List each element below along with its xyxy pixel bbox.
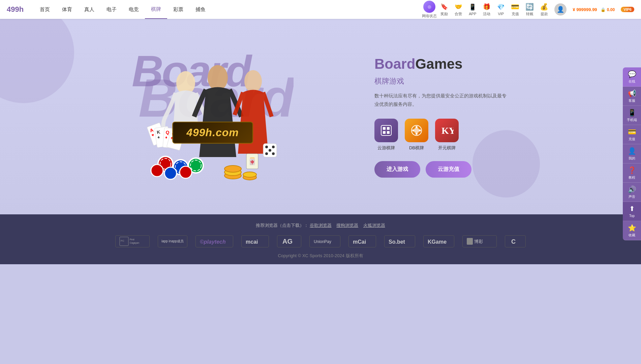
sidebar-mobile[interactable]: 📱 手机端 [623,106,641,125]
sidebar-tutorial[interactable]: ❓ 教程 [623,163,641,183]
nav-lottery[interactable]: 彩票 [167,0,189,19]
profile-label: 我的 [629,156,635,160]
game-kaiyuan[interactable]: KY 开元棋牌 [435,119,459,151]
hero-description: 数十种玩法应有尽有，为您提供最安全公正的游戏机制以及最专业优质的服务内容。 [374,92,509,109]
top-icon: ⬆ [629,205,635,213]
svg-text:AG: AG [282,238,293,245]
svg-text:©playtech: ©playtech [200,239,226,245]
firefox-browser-link[interactable]: 火狐浏览器 [363,223,385,228]
nav-electronic[interactable]: 电子 [100,0,123,19]
agent-icon: 🤝 [454,3,462,11]
hero-section: Board Board [118,49,523,184]
svg-rect-39 [383,127,386,130]
app-label: APP [469,12,476,16]
network-status[interactable]: ◎ 网络状态 [422,1,437,19]
nav-home[interactable]: 首页 [34,0,56,19]
sidebar-charge[interactable]: 💳 充值 [623,125,641,144]
partner-mcai2: mCai [348,235,376,247]
game-yunyu[interactable]: 云游棋牌 [374,119,398,151]
yunyu-label: 云游棋牌 [377,145,395,151]
transfer-button[interactable]: 🔄 转账 [525,3,534,17]
game-db[interactable]: DB棋牌 [405,119,428,151]
nav-sports[interactable]: 体育 [56,0,78,19]
svg-text:KY: KY [441,125,454,136]
agent-action[interactable]: 🤝 合营 [454,3,462,17]
db-label: DB棋牌 [409,145,424,151]
profile-icon: 👤 [628,147,636,155]
svg-point-37 [243,172,256,177]
sidebar-charge-label: 充值 [629,137,635,141]
sidebar-online[interactable]: 💬 在线 [623,67,641,87]
browser-text: 推荐浏览器（点击下载）： [256,223,308,228]
svg-text:🀄: 🀄 [248,157,256,165]
chrome-browser-link[interactable]: 谷歌浏览器 [310,223,332,228]
svg-point-48 [419,129,421,131]
characters-container: Board [132,49,294,184]
svg-point-45 [416,126,418,128]
partner-playtech: ©playtech [195,235,233,247]
svg-text:mCai: mCai [353,239,366,245]
transfer-label: 转账 [526,11,533,17]
charge-label: 充值 [512,11,519,17]
avatar[interactable]: 👤 [554,3,567,16]
bg-circle-2 [472,130,540,198]
characters-svg: Board [132,49,294,191]
balance-amount: ¥ 999999.99 [573,7,597,12]
sidebar-complaint[interactable]: 📢 客服 [623,87,641,106]
sidebar-top[interactable]: ⬆ Top [623,202,641,221]
kaiyuan-label: 开元棋牌 [438,145,456,151]
recharge-button[interactable]: 云游充值 [426,161,471,178]
app-action[interactable]: 📱 APP [468,3,477,16]
bg-circle-1 [0,19,74,103]
online-icon: 💬 [628,70,636,78]
tutorial-label: 教程 [629,176,635,180]
mobile-label: 手机端 [627,118,637,122]
nav: 首页 体育 真人 电子 电竞 棋牌 彩票 捕鱼 [34,0,419,19]
right-sidebar: 💬 在线 📢 客服 📱 手机端 💳 充值 👤 我的 ❓ 教程 🔊 声音 ⬆ To… [623,67,641,240]
svg-rect-40 [387,127,390,130]
balance-display: ¥ 999999.99 🔒 0.00 [573,7,615,12]
nav-fishing[interactable]: 捕鱼 [189,0,212,19]
vip-action[interactable]: 💎 VIP [497,3,505,16]
partner-other: C [505,235,526,247]
partner-sobet: So.bet [384,235,415,247]
partner-unionpay: UnionPay [309,235,340,247]
vip-label: VIP [498,12,504,16]
withdraw-button[interactable]: 💰 提款 [540,3,548,17]
nav-chess[interactable]: 棋牌 [145,0,167,19]
sound-icon: 🔊 [628,185,636,193]
svg-text:FC: FC [121,239,124,242]
footer-logos: FC First Cagayan iapp inapp成员 ©playtech … [13,235,628,247]
sidebar-sound[interactable]: 🔊 声音 [623,183,641,202]
sidebar-profile[interactable]: 👤 我的 [623,144,641,163]
rewards-action[interactable]: 🔖 奖励 [440,3,448,17]
watermark-banner: 499h.com [172,122,253,144]
coin-balance: 🔒 0.00 [601,7,615,12]
partner-ag: AG [277,235,301,247]
svg-point-30 [272,152,275,155]
footer: 推荐浏览器（点击下载）： 谷歌浏览器 搜狗浏览器 火狐浏览器 FC First … [0,214,641,264]
agent-label: 合营 [455,11,462,17]
vip-icon: 💎 [497,3,505,11]
rewards-label: 奖励 [440,11,448,17]
activity-action[interactable]: 🎁 活动 [483,3,491,17]
svg-text:UnionPay: UnionPay [314,239,331,244]
svg-point-24 [180,166,192,178]
nav-live[interactable]: 真人 [78,0,100,19]
nav-esports[interactable]: 电竞 [123,0,145,19]
tutorial-icon: ❓ [628,166,636,174]
header-actions: 🔖 奖励 🤝 合营 📱 APP 🎁 活动 💎 VIP 💳 充值 🔄 转账 � [440,3,634,17]
sound-label: 声音 [629,195,635,199]
hero-title: BoardGames [374,56,509,72]
charge-button[interactable]: 💳 充值 [511,3,519,17]
svg-text:So.bet: So.bet [389,239,405,245]
collect-icon: ⭐ [628,224,636,232]
sidebar-collect[interactable]: ⭐ 收藏 [623,221,641,240]
logo[interactable]: 499h [7,5,24,14]
transfer-icon: 🔄 [525,3,534,11]
svg-text:Cagayan: Cagayan [130,242,139,244]
app-icon: 📱 [468,3,477,11]
svg-rect-41 [383,131,386,134]
play-button[interactable]: 进入游戏 [374,161,420,178]
sougou-browser-link[interactable]: 搜狗浏览器 [336,223,358,228]
